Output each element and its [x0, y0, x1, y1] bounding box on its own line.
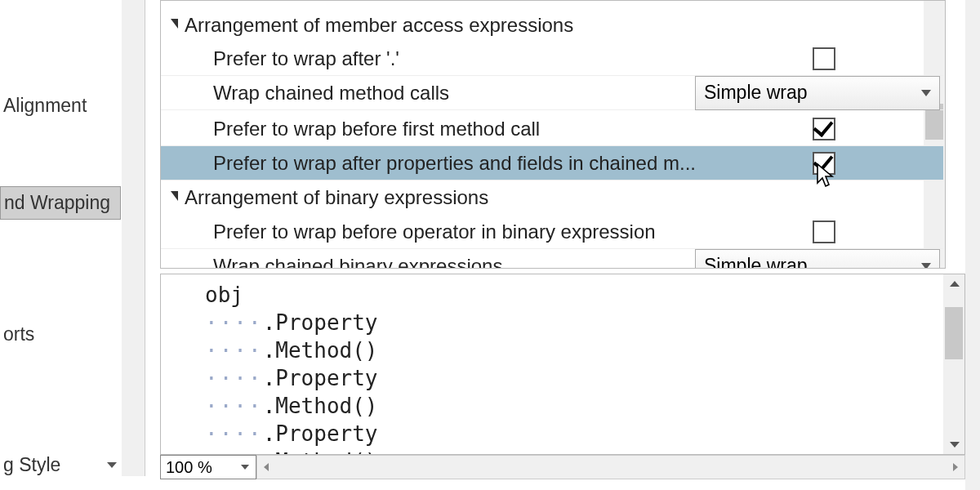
option-wrap-before-operator[interactable]: Prefer to wrap before operator in binary… [161, 215, 943, 249]
sidebar-item-imports[interactable]: orts [0, 317, 38, 352]
expand-caret-icon [171, 19, 178, 29]
option-wrap-chained-binary[interactable]: Wrap chained binary expressions Simple w… [161, 249, 943, 269]
checkbox[interactable] [813, 47, 835, 70]
option-label: Prefer to wrap after properties and fiel… [213, 152, 801, 175]
chevron-down-icon [921, 90, 931, 96]
option-label: Prefer to wrap after '.' [213, 47, 703, 70]
dropdown-value: Simple wrap [704, 82, 808, 104]
chevron-down-icon [241, 465, 249, 470]
chevron-left-icon[interactable] [264, 463, 269, 471]
code-line: ····.Method() [205, 448, 964, 455]
chevron-down-icon[interactable] [107, 462, 117, 468]
chevron-right-icon[interactable] [953, 463, 958, 471]
settings-panel: Arrangement of member access expressions… [160, 0, 946, 269]
checkbox[interactable] [813, 152, 835, 175]
dropdown-value: Simple wrap [704, 255, 808, 269]
option-wrap-chained-calls[interactable]: Wrap chained method calls Simple wrap [161, 76, 943, 110]
sidebar-item-alignment[interactable]: Alignment [0, 88, 90, 123]
option-wrap-after-props-fields[interactable]: Prefer to wrap after properties and fiel… [161, 146, 943, 180]
outer-scrollbar[interactable] [965, 0, 980, 490]
bottom-bar: 100 % [160, 455, 965, 479]
code-line: ····.Property [205, 364, 964, 392]
chevron-down-icon[interactable] [950, 442, 960, 448]
option-wrap-before-first-call[interactable]: Prefer to wrap before first method call [161, 112, 943, 146]
sidebar: Alignment nd Wrapping orts g Style [0, 0, 145, 476]
chevron-down-icon [921, 263, 931, 270]
zoom-dropdown[interactable]: 100 % [160, 455, 256, 479]
code-line: obj [205, 281, 964, 309]
code-line: ····.Method() [205, 392, 964, 420]
checkbox[interactable] [813, 118, 835, 140]
option-wrap-after-dot[interactable]: Prefer to wrap after '.' [161, 42, 943, 76]
expand-caret-icon [171, 191, 178, 201]
option-label: Wrap chained method calls [213, 82, 695, 105]
code-line: ····.Method() [205, 336, 964, 364]
zoom-value: 100 % [166, 458, 212, 477]
group-label: Arrangement of member access expressions [185, 14, 573, 37]
code-line: ····.Property [205, 309, 964, 336]
code-block: obj ····.Property ····.Method() ····.Pro… [161, 274, 964, 455]
chevron-up-icon[interactable] [950, 281, 960, 287]
scrollbar-thumb[interactable] [945, 307, 963, 359]
group-label: Arrangement of binary expressions [185, 186, 488, 209]
dropdown-wrap-chained[interactable]: Simple wrap [695, 76, 940, 110]
horizontal-scrollbar[interactable] [256, 455, 965, 479]
group-header-binary-expr[interactable]: Arrangement of binary expressions [161, 180, 943, 215]
code-line: ····.Property [205, 420, 964, 448]
dropdown-wrap-binary[interactable]: Simple wrap [695, 249, 940, 270]
code-preview: obj ····.Property ····.Method() ····.Pro… [160, 274, 965, 455]
sidebar-item-style[interactable]: g Style [0, 448, 64, 483]
option-label: Wrap chained binary expressions [213, 255, 695, 270]
sidebar-scrollbar[interactable] [122, 0, 145, 476]
group-header-member-access[interactable]: Arrangement of member access expressions [161, 9, 943, 42]
checkbox[interactable] [813, 220, 835, 243]
option-label: Prefer to wrap before operator in binary… [213, 220, 703, 243]
option-label: Prefer to wrap before first method call [213, 118, 703, 140]
sidebar-item-wrapping[interactable]: nd Wrapping [0, 186, 121, 220]
preview-scrollbar[interactable] [943, 274, 964, 454]
